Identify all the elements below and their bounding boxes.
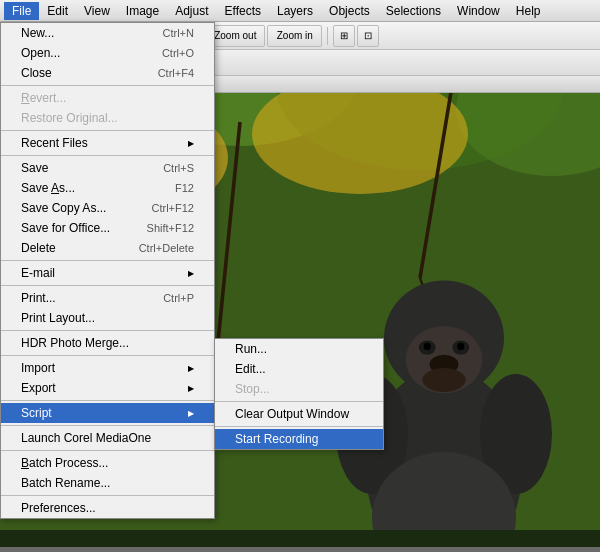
script-run[interactable]: Run...: [215, 339, 383, 359]
script-clear[interactable]: Clear Output Window: [215, 404, 383, 424]
menu-batch[interactable]: Batch Process...: [1, 453, 214, 473]
menu-email[interactable]: E-mail: [1, 263, 214, 283]
script-start-recording[interactable]: Start Recording: [215, 429, 383, 449]
menu-script[interactable]: Script: [1, 403, 214, 423]
menu-print[interactable]: Print... Ctrl+P: [1, 288, 214, 308]
menu-revert[interactable]: Revert...: [1, 88, 214, 108]
menu-corel[interactable]: Launch Corel MediaOne: [1, 428, 214, 448]
menu-saveoffice[interactable]: Save for Office... Shift+F12: [1, 218, 214, 238]
sep7: [1, 355, 214, 356]
menu-export[interactable]: Export: [1, 378, 214, 398]
menu-import[interactable]: Import: [1, 358, 214, 378]
sep3: [1, 155, 214, 156]
sep11: [1, 495, 214, 496]
sep9: [1, 425, 214, 426]
menu-close[interactable]: Close Ctrl+F4: [1, 63, 214, 83]
menu-restore[interactable]: Restore Original...: [1, 108, 214, 128]
script-sep1: [215, 401, 383, 402]
menu-hdr[interactable]: HDR Photo Merge...: [1, 333, 214, 353]
script-submenu: Run... Edit... Stop... Clear Output Wind…: [214, 338, 384, 450]
menu-new[interactable]: New... Ctrl+N: [1, 23, 214, 43]
sep1: [1, 85, 214, 86]
sep5: [1, 285, 214, 286]
sep10: [1, 450, 214, 451]
menu-preferences[interactable]: Preferences...: [1, 498, 214, 518]
file-menu: New... Ctrl+N Open... Ctrl+O Close Ctrl+…: [0, 22, 215, 519]
menu-delete[interactable]: Delete Ctrl+Delete: [1, 238, 214, 258]
sep8: [1, 400, 214, 401]
menu-open[interactable]: Open... Ctrl+O: [1, 43, 214, 63]
menu-savecopy[interactable]: Save Copy As... Ctrl+F12: [1, 198, 214, 218]
menu-printlayout[interactable]: Print Layout...: [1, 308, 214, 328]
script-edit[interactable]: Edit...: [215, 359, 383, 379]
dropdown-overlay[interactable]: New... Ctrl+N Open... Ctrl+O Close Ctrl+…: [0, 0, 600, 552]
sep6: [1, 330, 214, 331]
menu-recent[interactable]: Recent Files: [1, 133, 214, 153]
menu-rename[interactable]: Batch Rename...: [1, 473, 214, 493]
script-stop[interactable]: Stop...: [215, 379, 383, 399]
sep4: [1, 260, 214, 261]
menu-save[interactable]: Save Ctrl+S: [1, 158, 214, 178]
sep2: [1, 130, 214, 131]
menu-saveas[interactable]: Save As... F12: [1, 178, 214, 198]
script-sep2: [215, 426, 383, 427]
